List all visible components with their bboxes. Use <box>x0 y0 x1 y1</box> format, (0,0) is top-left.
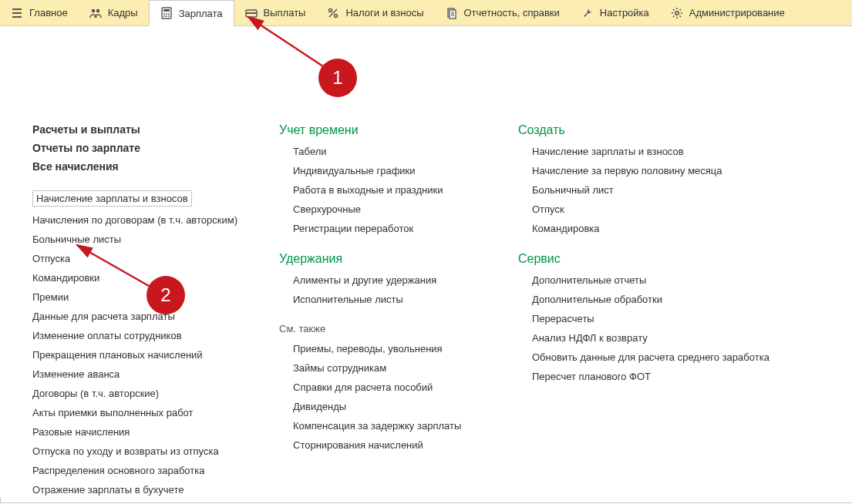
link-salary-accrual[interactable]: Начисление зарплаты и взносов <box>32 190 192 207</box>
list-item[interactable]: Изменение аванса <box>32 365 264 384</box>
function-panel: Расчеты и выплаты Отчеты по зарплате Все… <box>0 26 852 504</box>
col-middle: Учет времени Табели Индивидуальные графи… <box>279 57 503 504</box>
col-left: Расчеты и выплаты Отчеты по зарплате Все… <box>32 57 264 504</box>
list-item[interactable]: Изменение оплаты сотрудников <box>32 326 264 345</box>
tab-label: Выплаты <box>264 7 306 18</box>
list-item[interactable]: Данные для расчета зарплаты <box>32 307 264 326</box>
tab-salary[interactable]: Зарплата <box>149 0 234 26</box>
list-deductions: Алименты и другие удержания Исполнительн… <box>279 270 503 309</box>
calculator-icon <box>160 7 173 19</box>
list-see-also: Приемы, переводы, увольнения Займы сотру… <box>279 339 503 455</box>
svg-point-9 <box>168 15 170 17</box>
heading-service[interactable]: Сервис <box>518 252 811 266</box>
list-item[interactable]: Сверхурочные <box>293 200 503 219</box>
heading-deductions[interactable]: Удержания <box>279 252 503 266</box>
link-calc-payouts[interactable]: Расчеты и выплаты <box>32 123 264 136</box>
wrench-icon <box>581 7 594 19</box>
list-item[interactable]: Алименты и другие удержания <box>293 270 503 290</box>
tab-settings[interactable]: Настройка <box>571 0 660 25</box>
list-left: Начисление зарплаты и взносов Начисления… <box>32 186 264 499</box>
list-item[interactable]: Анализ НДФЛ к возврату <box>532 328 811 348</box>
list-item[interactable]: Займы сотрудникам <box>293 358 503 378</box>
list-item[interactable]: Дополнительные обработки <box>532 290 811 309</box>
list-item[interactable]: Начисление зарплаты и взносов <box>532 142 811 161</box>
svg-point-4 <box>163 13 165 15</box>
list-create: Начисление зарплаты и взносов Начисление… <box>518 142 811 238</box>
heading-time-tracking[interactable]: Учет времени <box>279 123 503 137</box>
docs-icon <box>446 7 458 19</box>
list-item[interactable]: Компенсация за задержку зарплаты <box>293 416 503 435</box>
gear-icon <box>671 7 683 19</box>
badge-text: 2 <box>160 284 170 306</box>
svg-point-12 <box>329 8 332 12</box>
list-item[interactable]: Начисление за первую половину месяца <box>532 161 811 180</box>
tab-label: Настройка <box>600 7 649 18</box>
tab-taxes[interactable]: Налоги и взносы <box>316 0 434 25</box>
list-item[interactable]: Регистрации переработок <box>293 219 503 238</box>
list-item[interactable]: Исполнительные листы <box>293 290 503 309</box>
svg-rect-3 <box>163 9 170 12</box>
list-item[interactable]: Дивиденды <box>293 397 503 416</box>
list-item[interactable]: Сторнирования начислений <box>293 435 503 455</box>
list-item[interactable]: Прекращения плановых начислений <box>32 345 264 365</box>
list-item[interactable]: Табели <box>293 142 503 161</box>
tab-admin[interactable]: Администрирование <box>660 0 796 25</box>
top-navbar: Главное Кадры Зарплата Выплаты Налоги и … <box>0 0 852 26</box>
svg-point-6 <box>168 13 170 15</box>
svg-point-20 <box>675 11 679 14</box>
svg-point-7 <box>163 15 165 17</box>
svg-point-8 <box>166 15 167 17</box>
list-item[interactable]: Командировки <box>32 268 264 287</box>
list-item[interactable]: Договоры (в т.ч. авторские) <box>32 384 264 403</box>
list-item[interactable]: Перерасчеты <box>532 309 811 328</box>
list-item[interactable]: Начисление зарплаты и взносов <box>32 186 264 210</box>
list-item[interactable]: Пересчет планового ФОТ <box>532 367 811 386</box>
tab-label: Администрирование <box>689 7 785 18</box>
svg-point-5 <box>166 13 167 15</box>
list-item[interactable]: Акты приемки выполненных работ <box>32 403 264 422</box>
tab-label: Зарплата <box>179 8 223 19</box>
list-item[interactable]: Индивидуальные графики <box>293 161 503 180</box>
heading-create[interactable]: Создать <box>518 123 811 137</box>
svg-point-0 <box>91 8 95 12</box>
annotation-badge-1: 1 <box>318 59 357 97</box>
list-item[interactable]: Больничные листы <box>32 230 264 249</box>
bottom-frame <box>0 497 852 503</box>
list-item[interactable]: Справки для расчета пособий <box>293 378 503 397</box>
col-right: Создать Начисление зарплаты и взносов На… <box>518 57 811 504</box>
percent-icon <box>327 7 339 19</box>
list-item[interactable]: Больничный лист <box>532 180 811 200</box>
svg-point-1 <box>96 8 99 12</box>
badge-text: 1 <box>332 67 342 89</box>
svg-rect-11 <box>246 12 257 14</box>
list-item[interactable]: Распределения основного заработка <box>32 461 264 480</box>
svg-line-14 <box>329 9 337 17</box>
tab-label: Налоги и взносы <box>345 7 423 18</box>
people-icon <box>89 7 102 19</box>
list-service: Дополнительные отчеты Дополнительные обр… <box>518 270 811 386</box>
list-item[interactable]: Дополнительные отчеты <box>532 270 811 290</box>
menu-icon <box>11 7 23 19</box>
list-item[interactable]: Отпуск <box>532 200 811 219</box>
heading-see-also: См. также <box>279 323 503 334</box>
list-item[interactable]: Командировка <box>532 219 811 238</box>
list-item[interactable]: Приемы, переводы, увольнения <box>293 339 503 358</box>
annotation-badge-2: 2 <box>146 276 185 314</box>
list-item[interactable]: Отпуска <box>32 249 264 268</box>
link-salary-reports[interactable]: Отчеты по зарплате <box>32 142 264 154</box>
list-item[interactable]: Работа в выходные и праздники <box>293 180 503 200</box>
list-item[interactable]: Разовые начисления <box>32 422 264 442</box>
wallet-icon <box>245 7 258 19</box>
list-item[interactable]: Обновить данные для расчета среднего зар… <box>532 348 811 367</box>
list-item[interactable]: Отпуска по уходу и возвраты из отпуска <box>32 442 264 461</box>
tab-main[interactable]: Главное <box>0 0 79 25</box>
link-all-accruals[interactable]: Все начисления <box>32 160 264 173</box>
tab-reports[interactable]: Отчетность, справки <box>435 0 571 25</box>
svg-point-13 <box>335 14 338 17</box>
tab-payouts[interactable]: Выплаты <box>234 0 317 25</box>
tab-label: Главное <box>29 7 68 18</box>
list-item[interactable]: Начисления по договорам (в т.ч. авторски… <box>32 210 264 230</box>
list-time-tracking: Табели Индивидуальные графики Работа в в… <box>279 142 503 238</box>
tab-label: Кадры <box>108 7 138 18</box>
tab-hr[interactable]: Кадры <box>79 0 149 25</box>
